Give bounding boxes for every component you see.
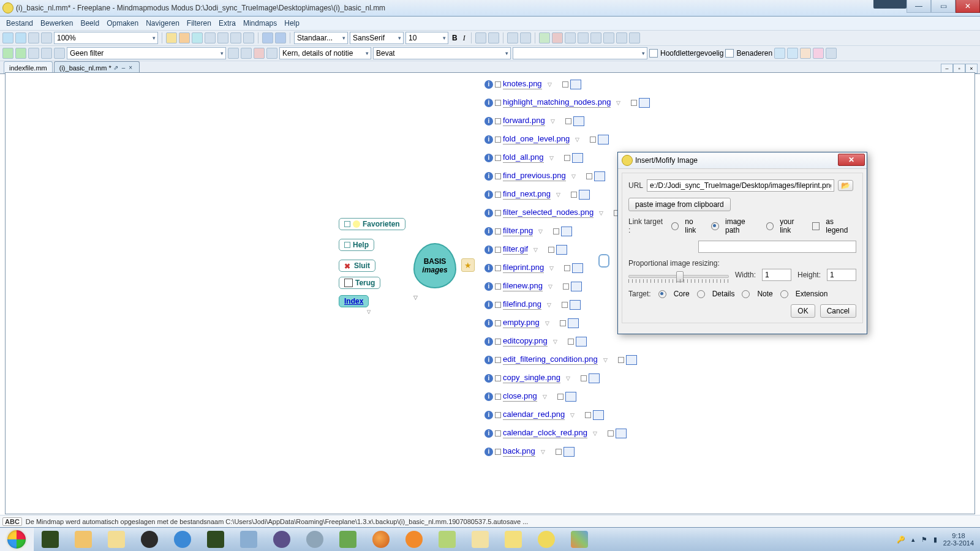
node-calendar_clock_red-png[interactable]: icalendar_clock_red.png▽ <box>484 428 627 438</box>
node-favorieten[interactable]: Favorieten <box>339 218 405 230</box>
node-link[interactable]: calendar_red.png <box>503 410 565 420</box>
node-forward-png[interactable]: iforward.png▽ <box>484 116 584 126</box>
node-filter-png[interactable]: ifilter.png▽ <box>484 226 572 236</box>
attr-fold-icon[interactable] <box>618 357 624 363</box>
attr-fold-icon[interactable] <box>631 100 637 106</box>
toolbar-icon[interactable] <box>28 32 39 43</box>
filter-toolbar-icon[interactable] <box>813 48 824 59</box>
tray-icon[interactable]: 🔑 <box>897 536 905 544</box>
fold-indicator[interactable]: ▽ <box>575 137 579 143</box>
index-link[interactable]: Index <box>344 297 363 305</box>
undo-icon[interactable] <box>262 32 273 43</box>
new-map-icon[interactable] <box>166 32 177 43</box>
radio-target-extension[interactable] <box>780 290 788 298</box>
attr-fold-icon[interactable] <box>568 339 574 345</box>
filter-toolbar-icon[interactable] <box>787 48 798 59</box>
fold-indicator[interactable]: ▽ <box>566 375 570 381</box>
find-next-icon[interactable] <box>603 32 614 43</box>
node-link[interactable]: filenew.png <box>503 281 543 291</box>
menu-extra[interactable]: Extra <box>216 18 238 29</box>
filter-apply-icon[interactable] <box>228 48 239 59</box>
attr-fold-icon[interactable] <box>563 283 569 290</box>
fold-indicator[interactable]: ▽ <box>570 412 575 418</box>
radio-your-link[interactable] <box>766 222 774 230</box>
nav-forward-icon[interactable] <box>15 32 26 43</box>
node-link[interactable]: highlight_matching_nodes.png <box>503 97 611 108</box>
scope-combo[interactable]: Kern, details of notitie <box>279 47 371 59</box>
font-combo[interactable]: SansSerif <box>350 32 404 44</box>
node-link[interactable]: back.png <box>503 446 535 457</box>
attr-fold-icon[interactable] <box>565 118 571 124</box>
maximize-button[interactable]: ▭ <box>931 0 956 13</box>
filter-icon[interactable] <box>41 48 52 59</box>
filter-find-icon[interactable] <box>266 48 277 59</box>
cloud-icon[interactable] <box>475 32 486 43</box>
attr-fold-icon[interactable] <box>562 81 568 88</box>
fold-icon[interactable] <box>495 449 501 455</box>
tray-up-icon[interactable]: ▴ <box>911 536 915 544</box>
search-text-combo[interactable] <box>513 47 647 59</box>
node-copy_single-png[interactable]: icopy_single.png▽ <box>484 373 600 383</box>
node-link[interactable]: copy_single.png <box>503 373 560 383</box>
node-fileprint-png[interactable]: ifileprint.png▽ <box>484 263 583 273</box>
radio-target-details[interactable] <box>697 290 705 298</box>
fold-icon[interactable] <box>495 357 501 363</box>
taskbar-app[interactable] <box>431 528 463 550</box>
menu-navigeren[interactable]: Navigeren <box>143 18 182 29</box>
node-terug[interactable]: Terug <box>339 277 380 289</box>
fold-icon[interactable] <box>495 173 501 179</box>
toolbar-icon[interactable] <box>41 32 52 43</box>
node-link[interactable]: filter.gif <box>503 244 528 255</box>
fold-indicator[interactable]: ▽ <box>533 247 538 253</box>
menu-bewerken[interactable]: Bewerken <box>38 18 75 29</box>
print-icon[interactable] <box>205 32 216 43</box>
node-link[interactable]: forward.png <box>503 116 545 126</box>
menu-opmaken[interactable]: Opmaken <box>104 18 141 29</box>
taskbar-clock[interactable]: 9:1822-3-2014 <box>943 532 974 547</box>
italic-button[interactable]: I <box>461 34 467 43</box>
node-link[interactable]: fileprint.png <box>503 263 544 273</box>
resize-slider[interactable] <box>628 272 729 280</box>
radio-no-link[interactable] <box>671 222 679 230</box>
cancel-button[interactable]: Cancel <box>820 304 856 318</box>
bold-button[interactable]: B <box>450 34 459 42</box>
fold-icon[interactable] <box>495 100 501 106</box>
tray-battery-icon[interactable]: ▮ <box>933 536 937 544</box>
tab-indexfile[interactable]: indexfile.mm <box>4 61 53 73</box>
attr-fold-icon[interactable] <box>564 265 570 271</box>
fold-icon[interactable] <box>495 375 501 381</box>
link-target-input[interactable] <box>698 241 856 253</box>
filter-toolbar-icon[interactable] <box>800 48 811 59</box>
fold-icon[interactable] <box>495 430 501 437</box>
encrypt-icon[interactable] <box>629 32 640 43</box>
node-calendar_red-png[interactable]: icalendar_red.png▽ <box>484 410 604 420</box>
paste-icon[interactable] <box>243 32 254 43</box>
root-fold-indicator[interactable]: ▽ <box>413 294 418 301</box>
dialog-titlebar[interactable]: Insert/Mofify Image ✕ <box>618 152 867 169</box>
attr-fold-icon[interactable] <box>564 155 570 161</box>
node-edit_filtering_condition-png[interactable]: iedit_filtering_condition.png▽ <box>484 354 637 365</box>
menu-bestand[interactable]: Bestand <box>4 18 36 29</box>
node-link[interactable]: editcopy.png <box>503 336 548 347</box>
radio-target-note[interactable] <box>742 290 750 298</box>
url-input[interactable] <box>647 179 834 192</box>
fold-icon[interactable] <box>495 81 501 88</box>
fold-icon[interactable] <box>495 137 501 143</box>
attr-fold-icon[interactable] <box>548 247 554 253</box>
dialog-close-button[interactable]: ✕ <box>838 154 865 166</box>
node-index[interactable]: Index <box>339 295 369 307</box>
find-prev-icon[interactable] <box>616 32 627 43</box>
unfold-one-icon[interactable] <box>565 32 576 43</box>
fold-indicator[interactable]: ▽ <box>545 320 549 326</box>
node-find_next-png[interactable]: ifind_next.png▽ <box>484 189 590 200</box>
root-node[interactable]: BASIS images <box>413 243 456 288</box>
height-input[interactable] <box>827 269 856 281</box>
filter-edit-icon[interactable] <box>241 48 252 59</box>
taskbar-app[interactable] <box>134 528 165 550</box>
copy-icon[interactable] <box>230 32 241 43</box>
fold-indicator[interactable]: ▽ <box>549 155 554 161</box>
fold-icon[interactable] <box>495 283 501 290</box>
node-link[interactable]: filefind.png <box>503 299 541 310</box>
spellcheck-indicator[interactable]: ABC <box>2 517 22 526</box>
fold-indicator[interactable]: ▽ <box>556 192 560 198</box>
